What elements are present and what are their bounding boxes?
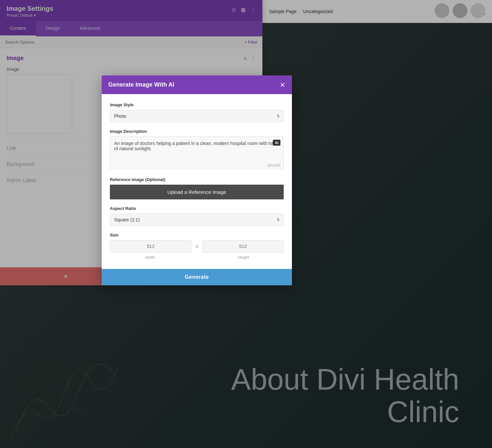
modal-close-button[interactable]: ✕ bbox=[280, 82, 285, 88]
size-x-icon: ✕ bbox=[195, 243, 199, 250]
size-label: Size bbox=[110, 233, 284, 237]
image-description-textarea[interactable] bbox=[110, 136, 284, 169]
char-count: 101/200 bbox=[267, 163, 280, 167]
image-style-select[interactable]: Photo bbox=[110, 110, 284, 122]
aspect-ratio-wrapper: Square (1:1) ⇅ bbox=[110, 214, 284, 226]
modal-title: Generate Image With AI bbox=[108, 81, 174, 88]
height-label: Height bbox=[203, 254, 284, 261]
image-style-label: Image Style bbox=[110, 102, 284, 107]
upload-reference-button[interactable]: Upload a Reference Image bbox=[110, 185, 284, 199]
ai-badge: AI bbox=[273, 140, 280, 146]
image-style-wrapper: Photo ⇅ bbox=[110, 110, 284, 122]
ai-modal: Generate Image With AI ✕ Image Style Pho… bbox=[102, 75, 292, 285]
aspect-ratio-select[interactable]: Square (1:1) bbox=[110, 214, 284, 226]
reference-image-label: Reference Image (Optional) bbox=[110, 177, 284, 182]
modal-body: Image Style Photo ⇅ Image Description AI… bbox=[102, 94, 292, 269]
textarea-wrapper: AI 101/200 bbox=[110, 136, 284, 171]
generate-button[interactable]: Generate bbox=[102, 269, 292, 285]
width-input[interactable] bbox=[110, 240, 192, 253]
size-row: ✕ bbox=[110, 240, 284, 253]
width-label: Width bbox=[110, 254, 190, 261]
height-input[interactable] bbox=[202, 240, 284, 253]
size-labels: Width Height bbox=[110, 254, 284, 261]
aspect-ratio-label: Aspect Ratio bbox=[110, 206, 284, 211]
modal-header: Generate Image With AI ✕ bbox=[102, 75, 292, 94]
image-description-label: Image Description bbox=[110, 129, 284, 134]
